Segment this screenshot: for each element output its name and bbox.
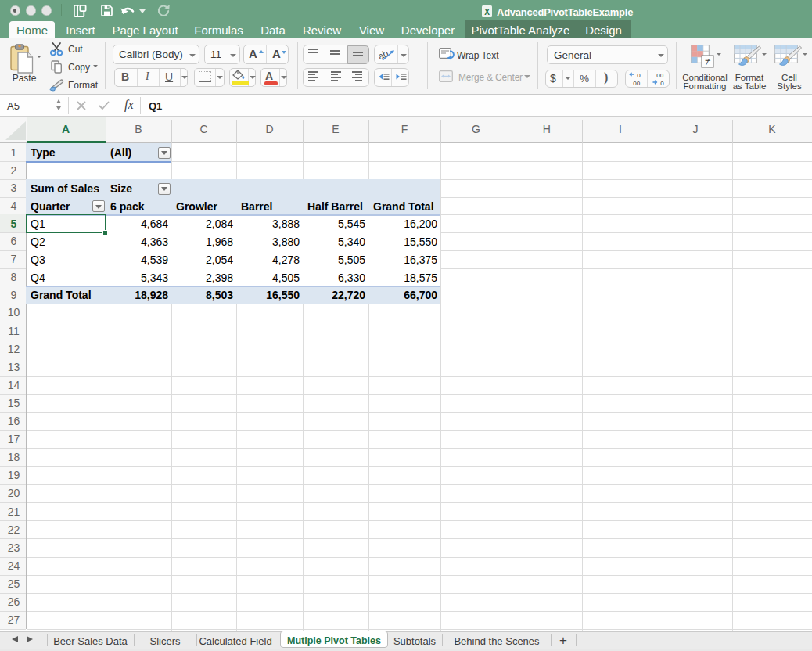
svg-text:X: X <box>484 8 490 16</box>
svg-text:≠: ≠ <box>705 56 710 67</box>
svg-text:.0: .0 <box>659 80 664 87</box>
svg-text:.0: .0 <box>635 72 641 79</box>
svg-text:.00: .00 <box>655 72 664 79</box>
svg-text:.00: .00 <box>631 80 641 87</box>
